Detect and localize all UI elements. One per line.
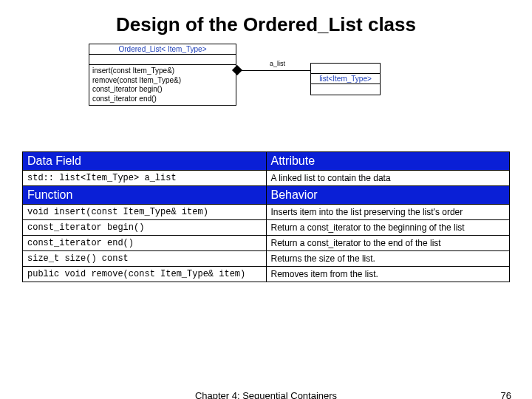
uml-operations: insert(const Item_Type&) remove(const It… — [89, 65, 236, 105]
cell-function: const_iterator begin() — [23, 220, 267, 236]
page-number: 76 — [501, 390, 511, 399]
table-row: public void remove(const Item_Type& item… — [23, 267, 510, 282]
uml-right-empty1 — [311, 64, 380, 74]
uml-class-ordered-list: Ordered_List< Item_Type> insert(const It… — [89, 44, 236, 106]
cell-behavior: Returns the size of the list. — [266, 251, 510, 267]
table-row: std:: list<Item_Type> a_list A linked li… — [23, 171, 510, 186]
table-row: const_iterator begin() Return a const_it… — [23, 220, 510, 236]
association-label: a_list — [270, 60, 285, 67]
uml-class-name: Ordered_List< Item_Type> — [89, 44, 236, 55]
cell-behavior: Removes item from the list. — [266, 267, 510, 282]
uml-diagram: Ordered_List< Item_Type> insert(const It… — [89, 44, 532, 147]
cell-behavior: Return a const_iterator to the end of th… — [266, 236, 510, 251]
cell-data-field: std:: list<Item_Type> a_list — [23, 171, 267, 186]
table-row: size_t size() const Returns the size of … — [23, 251, 510, 267]
cell-function: const_iterator end() — [23, 236, 267, 251]
table-row: const_iterator end() Return a const_iter… — [23, 236, 510, 251]
header-behavior: Behavior — [266, 186, 510, 205]
slide-title: Design of the Ordered_List class — [0, 0, 532, 44]
header-function: Function — [23, 186, 267, 205]
cell-function: public void remove(const Item_Type& item… — [23, 267, 267, 282]
cell-function: void insert(const Item_Type& item) — [23, 205, 267, 220]
uml-class-list: list<Item_Type> — [310, 63, 381, 95]
spec-table: Data Field Attribute std:: list<Item_Typ… — [22, 151, 510, 282]
cell-attribute: A linked list to contain the data — [266, 171, 510, 186]
uml-class-name: list<Item_Type> — [311, 74, 380, 84]
uml-attr-empty — [89, 55, 236, 65]
footer-chapter: Chapter 4: Sequential Containers — [0, 390, 532, 399]
table-row: void insert(const Item_Type& item) Inser… — [23, 205, 510, 220]
cell-function: size_t size() const — [23, 251, 267, 267]
uml-right-empty2 — [311, 84, 380, 95]
association-line — [236, 70, 310, 71]
header-data-field: Data Field — [23, 152, 267, 171]
header-attribute: Attribute — [266, 152, 510, 171]
cell-behavior: Inserts item into the list preserving th… — [266, 205, 510, 220]
cell-behavior: Return a const_iterator to the beginning… — [266, 220, 510, 236]
